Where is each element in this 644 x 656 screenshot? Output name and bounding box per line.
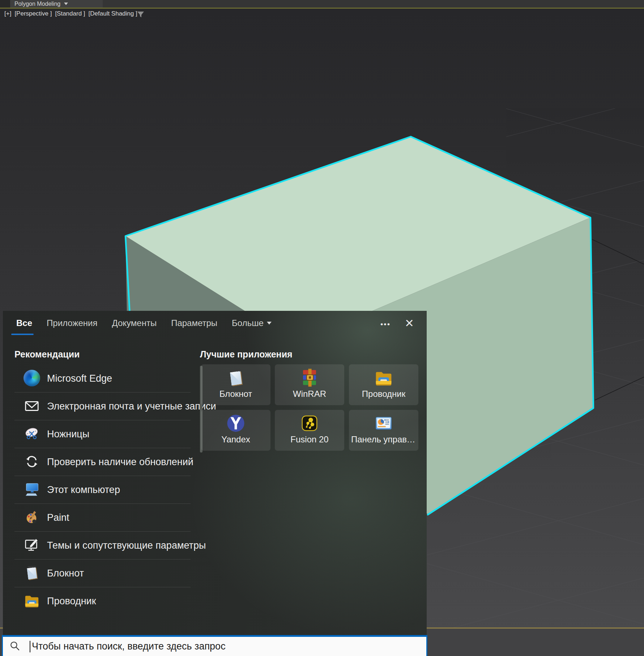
explorer-icon [374,368,394,388]
viewport-label: [+] [Perspective ] [Standard ] [Default … [4,10,137,17]
list-item-notepad[interactable]: Блокнот [3,559,198,587]
list-item-label: Этот компьютер [47,484,120,495]
grid-axis-line [592,239,644,264]
taskbar-search-box [2,635,427,656]
list-item-label: Блокнот [47,567,84,579]
edge-icon [24,370,40,386]
list-item-explorer[interactable]: Проводник [3,587,198,615]
tile-notepad[interactable]: Блокнот [201,364,270,405]
update-icon [24,453,40,470]
list-item-label: Проверить наличие обновлений [47,456,193,467]
explorer-icon [24,592,40,609]
list-item-label: Ножницы [47,428,89,440]
tile-label: WinRAR [293,389,326,399]
screen: Polygon Modeling [0,0,644,656]
tab-more-label: Больше [232,318,264,328]
yandex-icon [226,413,246,433]
list-item-snipping-tool[interactable]: Ножницы [3,420,198,448]
tile-winrar[interactable]: WinRAR [275,364,344,405]
text-caret [30,641,30,652]
list-item-this-pc[interactable]: Этот компьютер [3,476,198,503]
list-item-label: Проводник [47,595,96,606]
viewport-menu-render-preset[interactable]: [Standard ] [55,10,85,17]
list-item-check-updates[interactable]: Проверить наличие обновлений [3,448,198,476]
tile-label: Yandex [221,434,250,445]
tile-label: Блокнот [219,389,252,399]
notepad-icon [226,368,246,388]
list-item-label: Электронная почта и учетные записи [47,400,216,412]
list-item-microsoft-edge[interactable]: Microsoft Edge [3,364,198,392]
tile-label: Панель управл… [351,434,416,445]
tab-documents[interactable]: Документы [112,318,157,328]
search-icon [9,640,22,653]
chevron-down-icon [267,322,272,325]
tab-apps[interactable]: Приложения [47,318,97,328]
viewport-menu-shading[interactable]: [Default Shading ] [89,10,137,17]
snipping-tool-icon [24,425,40,442]
tile-explorer[interactable]: Проводник [349,364,418,405]
see-more-button[interactable]: ••• [376,317,395,332]
control-panel-icon [374,413,394,433]
active-tab-indicator [11,334,34,335]
grid-axis-line [595,377,644,400]
close-button[interactable]: ✕ [399,314,419,333]
start-search-panel: Все Приложения Документы Параметры Больш… [3,311,427,635]
list-item-label: Paint [47,512,69,523]
themes-icon [24,537,40,553]
list-item-paint[interactable]: Paint [3,503,198,531]
tab-all[interactable]: Все [16,318,32,328]
tab-more[interactable]: Больше [232,318,272,328]
paint-icon [24,509,40,526]
tile-yandex[interactable]: Yandex [201,410,270,451]
tile-fusion[interactable]: Fusion 20 [275,410,344,451]
viewport-menu-pov[interactable]: [Perspective ] [14,10,52,17]
tile-label: Проводник [362,389,405,399]
tile-control-panel[interactable]: Панель управл… [349,410,418,451]
computer-icon [24,481,40,498]
mail-icon [24,398,40,414]
filter-funnel-icon[interactable] [137,11,145,18]
list-item-themes[interactable]: Темы и сопутствующие параметры [3,531,198,559]
recommended-title: Рекомендации [14,349,80,360]
search-input[interactable] [31,638,411,654]
tile-label: Fusion 20 [290,434,328,445]
list-item-mail[interactable]: Электронная почта и учетные записи [3,392,198,420]
list-item-label: Microsoft Edge [47,373,112,384]
tab-settings[interactable]: Параметры [171,318,217,328]
notepad-icon [24,565,40,581]
search-tabs: Все Приложения Документы Параметры Больш… [16,317,272,330]
viewport-menu-general[interactable]: [+] [4,10,11,17]
list-item-label: Темы и сопутствующие параметры [47,540,206,551]
fusion-icon [299,413,320,433]
top-apps-title: Лучшие приложения [200,349,293,360]
winrar-icon [299,368,320,388]
